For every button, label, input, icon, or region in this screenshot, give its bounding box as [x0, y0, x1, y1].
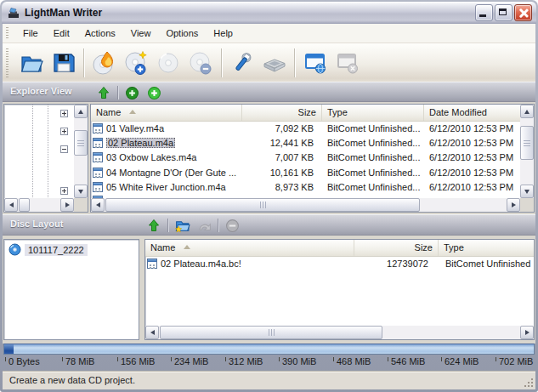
column-header-size[interactable]: Size — [242, 105, 322, 121]
maximize-button[interactable] — [495, 4, 513, 21]
thumb-grip — [260, 202, 266, 208]
scroll-down-button[interactable] — [74, 185, 88, 198]
scroll-down-button[interactable] — [520, 185, 534, 198]
file-icon — [93, 168, 103, 178]
scale-tick — [225, 357, 226, 361]
menu-help[interactable]: Help — [206, 26, 241, 41]
column-header-name[interactable]: Name — [145, 240, 354, 256]
column-header-type[interactable]: Type — [322, 105, 424, 121]
file-name: 01 Valley.m4a — [106, 123, 164, 134]
settings-button[interactable] — [226, 46, 258, 80]
title-bar[interactable]: LightMan Writer — [2, 2, 536, 24]
scroll-right-button[interactable] — [60, 198, 74, 212]
scroll-left-button[interactable] — [145, 326, 159, 339]
scroll-left-button[interactable] — [4, 198, 18, 212]
menu-actions[interactable]: Actions — [77, 26, 123, 41]
file-row[interactable]: 04 Montagne D'Or (Der Gute ... 10,161 KB… — [91, 165, 520, 179]
list-horizontal-scrollbar[interactable] — [91, 198, 520, 212]
explorer-file-list[interactable]: Name Size Type Date Modified 01 Valley.m… — [90, 104, 535, 213]
disc-tree-pane[interactable]: 101117_2222 — [3, 239, 139, 340]
column-label: Size — [298, 107, 316, 117]
tree-vertical-scrollbar[interactable] — [74, 105, 88, 198]
minimize-button[interactable] — [475, 4, 493, 21]
eject-disc-button[interactable] — [153, 46, 185, 80]
scrollbar-thumb[interactable] — [19, 198, 30, 212]
tree-horizontal-scrollbar[interactable] — [4, 198, 74, 212]
file-row[interactable]: 05 White River Junction.m4a 8,973 KB Bit… — [91, 180, 520, 195]
file-browser-button[interactable] — [299, 46, 331, 80]
file-icon — [93, 152, 103, 162]
disc-horizontal-scrollbar[interactable] — [145, 326, 534, 339]
file-size: 10,161 KB — [242, 168, 322, 178]
erase-disc-button[interactable] — [185, 46, 218, 80]
arrow-down-icon — [524, 190, 530, 194]
menu-edit[interactable]: Edit — [46, 26, 77, 41]
tree-expand-toggle[interactable] — [60, 110, 68, 117]
minimize-icon — [479, 14, 486, 17]
tree-expand-toggle[interactable] — [60, 128, 68, 135]
burn-disc-icon — [91, 49, 118, 77]
scrollbar-thumb[interactable] — [520, 126, 534, 160]
disc-layout-area: 101117_2222 Name Size Type 02 Plateau.m4… — [3, 236, 535, 344]
scrollbar-thumb[interactable] — [160, 326, 382, 339]
thumb-grip — [77, 140, 84, 146]
scroll-right-button[interactable] — [520, 326, 534, 339]
explorer-add-button[interactable] — [123, 84, 140, 101]
window-controls — [475, 4, 532, 21]
capacity-bar — [3, 344, 535, 355]
scrollbar-thumb[interactable] — [105, 198, 420, 212]
column-label: Name — [150, 242, 175, 253]
scale-tick — [171, 357, 172, 361]
menu-options[interactable]: Options — [158, 26, 206, 41]
disc-move-up-button[interactable] — [145, 217, 162, 234]
file-row-selected[interactable]: 02 Plateau.m4a 12,441 KB BitComet Unfini… — [91, 135, 520, 150]
tree-collapse-toggle[interactable] — [60, 145, 68, 153]
disc-content-list[interactable]: Name Size Type 02 Plateau.m4a.bc! 127390… — [144, 239, 535, 340]
explorer-add-all-button[interactable] — [145, 84, 162, 101]
scale-tick — [5, 357, 6, 361]
file-row[interactable]: 01 Valley.m4a 7,092 KB BitComet Unfinish… — [91, 121, 520, 135]
open-project-button[interactable] — [15, 46, 48, 80]
menu-view[interactable]: View — [123, 26, 159, 41]
disc-tree-item[interactable]: 101117_2222 — [4, 240, 139, 256]
burn-disc-button[interactable] — [88, 46, 121, 80]
explorer-folder-tree[interactable] — [3, 104, 88, 213]
disc-new-folder-button[interactable] — [173, 217, 190, 234]
tree-guide-line — [48, 105, 48, 197]
file-type: BitComet Unfinished... — [322, 138, 424, 148]
menu-file[interactable]: File — [15, 26, 46, 41]
arrow-up-icon — [78, 110, 83, 114]
menubar-gripper[interactable] — [6, 27, 8, 40]
disc-remove-button[interactable] — [224, 217, 241, 234]
toolbar-gripper[interactable] — [6, 48, 8, 77]
scroll-right-button[interactable] — [507, 198, 520, 212]
scrollbar-thumb[interactable] — [74, 130, 88, 156]
resize-grip[interactable] — [523, 377, 534, 388]
file-row[interactable]: 03 Oxbow Lakes.m4a 7,007 KB BitComet Unf… — [91, 151, 520, 165]
disc-file-row[interactable]: 02 Plateau.m4a.bc! 12739072 BitComet Unf… — [145, 256, 534, 271]
scale-label: 624 MiB — [445, 356, 479, 366]
column-header-type[interactable]: Type — [439, 240, 534, 256]
save-project-button[interactable] — [48, 46, 80, 80]
list-vertical-scrollbar[interactable] — [520, 105, 534, 198]
tree-guide-line — [32, 105, 33, 197]
close-window-button[interactable] — [331, 46, 364, 80]
close-button[interactable] — [514, 4, 532, 21]
explorer-area: Name Size Type Date Modified 01 Valley.m… — [3, 102, 535, 214]
browser-window-icon — [302, 49, 329, 77]
disc-rename-button[interactable] — [195, 217, 212, 234]
scroll-up-button[interactable] — [520, 105, 534, 118]
column-header-date[interactable]: Date Modified — [424, 105, 520, 121]
new-disc-button[interactable] — [121, 46, 153, 80]
burner-device-button[interactable] — [258, 46, 291, 80]
scroll-left-button[interactable] — [91, 198, 105, 212]
tree-expand-toggle[interactable] — [60, 187, 68, 195]
scroll-up-button[interactable] — [74, 105, 88, 118]
column-header-size[interactable]: Size — [354, 240, 439, 256]
column-header-name[interactable]: Name — [91, 105, 242, 121]
explorer-move-up-button[interactable] — [95, 84, 112, 101]
column-label: Size — [415, 242, 433, 253]
toolbar — [3, 43, 535, 82]
panel-toolbar-separator — [218, 219, 218, 232]
file-icon — [93, 138, 103, 148]
